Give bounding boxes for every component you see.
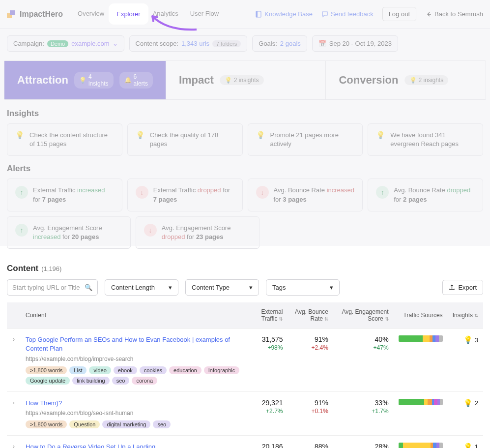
trend-down-icon: ↓: [144, 224, 157, 237]
tag[interactable]: ebook: [114, 366, 137, 374]
tag[interactable]: seo: [153, 420, 171, 428]
book-icon: [255, 11, 262, 18]
table-row: ›Top Google Perform an SEOs and How to E…: [7, 329, 483, 391]
tab-impact[interactable]: Impact 💡2 insights: [166, 61, 326, 99]
search-icon: 🔍: [85, 284, 92, 291]
search-input[interactable]: Start typing URL or Title 🔍: [7, 279, 98, 296]
tag[interactable]: Infographic: [204, 366, 239, 374]
table-row: ›How to Do a Reverse Video Set Up a Land…: [7, 435, 483, 448]
svg-rect-3: [256, 11, 258, 17]
bell-icon: 🔔: [124, 77, 132, 84]
nav-overview[interactable]: Overview: [72, 5, 110, 23]
knowledge-base-link[interactable]: Knowledge Base: [255, 10, 313, 18]
traffic-sources-bar[interactable]: [399, 399, 443, 405]
date-range-selector[interactable]: 📅 Sep 20 - Oct 19, 2023: [312, 35, 398, 52]
chat-icon: [321, 11, 328, 18]
chevron-down-icon: ▾: [330, 284, 333, 291]
insight-card[interactable]: 💡Check the content structure of 115 page…: [7, 123, 122, 156]
insight-card[interactable]: 💡We have found 341 evergreen Reach pages: [368, 123, 483, 156]
content-type-filter[interactable]: Content Type▾: [185, 279, 259, 296]
send-feedback-link[interactable]: Send feedback: [321, 10, 374, 18]
insights-section: Insights 💡Check the content structure of…: [0, 109, 490, 164]
content-title-link[interactable]: How Them)?: [26, 399, 240, 408]
alerts-heading: Alerts: [7, 164, 483, 174]
logo-text: ImpactHero: [20, 10, 63, 19]
content-heading: Content: [7, 264, 38, 273]
col-bounce[interactable]: Avg. Bounce Rate⇅: [288, 302, 333, 329]
tab-attraction[interactable]: Attraction 💡4 insights 🔔6 alerts: [4, 61, 166, 99]
content-title-link[interactable]: Top Google Perform an SEOs and How to Ev…: [26, 335, 240, 353]
sort-icon: ⇅: [385, 316, 389, 322]
sort-icon: ⇅: [474, 313, 478, 318]
col-traffic[interactable]: External Traffic⇅: [245, 302, 288, 329]
alert-card[interactable]: ↑Avg. Bounce Rate dropped for 2 pages: [368, 179, 483, 211]
col-insights[interactable]: Insights⇅: [448, 302, 483, 329]
back-to-semrush-link[interactable]: Back to Semrush: [425, 10, 483, 18]
tag[interactable]: link building: [72, 377, 109, 385]
tag[interactable]: digital marketing: [102, 420, 150, 428]
logout-button[interactable]: Log out: [382, 7, 416, 21]
svg-rect-1: [10, 10, 15, 15]
export-button[interactable]: Export: [442, 280, 483, 295]
tag[interactable]: video: [89, 366, 111, 374]
tag[interactable]: >1,800 words: [26, 420, 67, 428]
nav-analytics[interactable]: Analytics: [147, 5, 184, 23]
insights-heading: Insights: [7, 109, 483, 119]
alert-card[interactable]: ↓Avg. Bounce Rate increased for 3 pages: [248, 179, 363, 211]
nav-userflow[interactable]: User Flow: [184, 5, 225, 23]
bulb-icon: 💡: [376, 131, 385, 140]
chevron-down-icon: ▾: [169, 284, 172, 291]
calendar-icon: 📅: [318, 40, 326, 47]
alert-card[interactable]: ↑Avg. Engagement Score increased for 20 …: [7, 216, 131, 249]
expand-row-icon[interactable]: ›: [13, 335, 15, 343]
bulb-icon: 💡: [15, 131, 25, 140]
content-scope-selector[interactable]: Content scope: 1,343 urls 7 folders: [129, 35, 248, 52]
tag[interactable]: Google update: [26, 377, 70, 385]
content-count: (1,196): [41, 265, 61, 272]
expand-row-icon[interactable]: ›: [13, 443, 15, 448]
col-content[interactable]: Content: [21, 302, 245, 329]
bulb-icon: 💡: [136, 131, 145, 140]
bulb-icon: 💡: [256, 131, 265, 140]
col-engagement[interactable]: Avg. Engagement Score⇅: [333, 302, 394, 329]
tag[interactable]: Question: [69, 420, 100, 428]
tag[interactable]: seo: [112, 377, 130, 385]
col-sources[interactable]: Traffic Sources: [394, 302, 448, 329]
content-length-filter[interactable]: Content Length▾: [105, 279, 178, 296]
content-url: https://example.com/blog/seo-isnt-human: [26, 410, 240, 417]
expand-row-icon[interactable]: ›: [13, 399, 15, 406]
nav-explorer[interactable]: Explorer: [110, 5, 146, 23]
tag[interactable]: List: [69, 366, 86, 374]
goals-selector[interactable]: Goals: 2 goals: [252, 35, 307, 52]
content-title-link[interactable]: How to Do a Reverse Video Set Up a Landi…: [26, 443, 240, 448]
traffic-sources-bar[interactable]: [399, 443, 443, 448]
insight-card[interactable]: 💡Check the quality of 178 pages: [127, 123, 243, 156]
return-arrow-icon: [425, 11, 432, 18]
logo-icon: [7, 9, 17, 19]
insight-card[interactable]: 💡Promote 21 pages more actively: [248, 123, 363, 156]
trend-up-icon: ↑: [15, 186, 28, 199]
table-row: ›How Them)?https://example.com/blog/seo-…: [7, 391, 483, 435]
sort-icon: ⇅: [324, 316, 328, 322]
top-header: ImpactHero Overview Explorer Analytics U…: [0, 0, 490, 29]
alert-card[interactable]: ↓External Traffic dropped for 7 pages: [127, 179, 243, 211]
alert-card[interactable]: ↑External Traffic increased for 7 pages: [7, 179, 122, 211]
content-table: Content External Traffic⇅ Avg. Bounce Ra…: [7, 302, 483, 448]
tag[interactable]: >1,800 words: [26, 366, 67, 374]
logo[interactable]: ImpactHero: [7, 9, 63, 19]
bulb-icon: 💡: [463, 443, 473, 448]
bulb-icon: 💡: [225, 77, 232, 84]
alert-card[interactable]: ↓Avg. Engagement Score dropped for 23 pa…: [136, 216, 259, 249]
tag[interactable]: corona: [132, 377, 157, 385]
traffic-sources-bar[interactable]: [399, 335, 443, 342]
tag[interactable]: cookies: [140, 366, 167, 374]
tab-conversion[interactable]: Conversion 💡2 insights: [326, 61, 486, 99]
chevron-down-icon: ▾: [249, 284, 253, 291]
trend-up-icon: ↑: [376, 186, 389, 199]
tag[interactable]: education: [169, 366, 202, 374]
trend-down-icon: ↓: [256, 186, 269, 199]
content-url: https://example.com/blog/improve-search: [26, 356, 240, 362]
tags-filter[interactable]: Tags▾: [266, 279, 340, 296]
demo-badge: Demo: [47, 40, 68, 47]
campaign-selector[interactable]: Campaign: Demo example.com ⌄: [7, 35, 124, 52]
